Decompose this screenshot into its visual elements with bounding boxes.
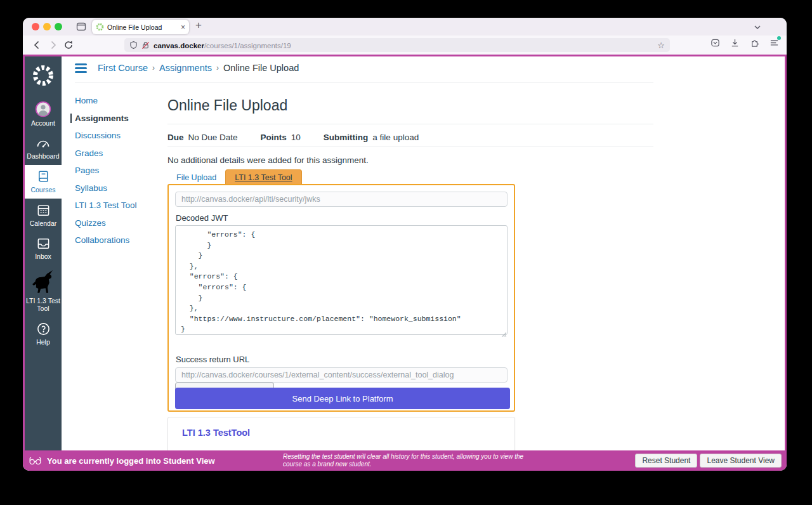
url-field[interactable]: canvas.docker/courses/1/assignments/19 ☆ bbox=[124, 38, 670, 52]
resize-handle-icon[interactable] bbox=[501, 329, 507, 340]
success-return-url-input[interactable] bbox=[175, 367, 508, 383]
back-icon[interactable] bbox=[32, 40, 42, 53]
extensions-icon[interactable] bbox=[750, 38, 759, 50]
due-value: No Due Date bbox=[188, 133, 238, 142]
pocket-icon[interactable] bbox=[710, 38, 720, 50]
reset-student-button[interactable]: Reset Student bbox=[635, 454, 697, 468]
book-icon bbox=[36, 169, 51, 184]
lock-crossed-icon[interactable] bbox=[141, 41, 150, 49]
divider bbox=[167, 147, 653, 147]
tab-overflow-chevron-icon[interactable] bbox=[754, 22, 761, 34]
course-nav: Home Assignments Discussions Grades Page… bbox=[75, 96, 160, 253]
divider bbox=[167, 124, 653, 124]
tool-card-title: LTI 1.3 TestTool bbox=[182, 428, 250, 438]
tab-title: Online File Upload bbox=[107, 23, 178, 31]
bookmark-star-icon[interactable]: ☆ bbox=[657, 41, 665, 50]
breadcrumb-divider bbox=[75, 82, 653, 82]
url-bar: canvas.docker/courses/1/assignments/19 ☆ bbox=[23, 36, 787, 55]
canvas-logo-icon[interactable] bbox=[31, 63, 55, 90]
course-nav-lti-test-tool[interactable]: LTI 1.3 Test Tool bbox=[75, 200, 160, 210]
help-icon bbox=[36, 322, 51, 336]
sidebar-item-dashboard[interactable]: Dashboard bbox=[25, 132, 62, 165]
close-window-button[interactable] bbox=[32, 23, 39, 30]
course-nav-assignments[interactable]: Assignments bbox=[70, 114, 160, 123]
breadcrumb-assignments[interactable]: Assignments bbox=[159, 63, 212, 73]
browser-tab[interactable]: Online File Upload × bbox=[92, 20, 189, 34]
student-view-bar: You are currently logged into Student Vi… bbox=[23, 450, 787, 471]
decoded-jwt-textarea[interactable]: "errors": { } } }, "errors": { "errors":… bbox=[175, 225, 508, 335]
firefox-view-icon[interactable] bbox=[76, 22, 86, 34]
tab-close-icon[interactable]: × bbox=[181, 23, 185, 32]
gauge-icon bbox=[36, 136, 51, 150]
sidebar-item-help[interactable]: Help bbox=[25, 317, 62, 351]
student-view-status: You are currently logged into Student Vi… bbox=[47, 456, 215, 466]
breadcrumb-current: Online File Upload bbox=[223, 63, 299, 73]
sidebar-item-account[interactable]: Account bbox=[25, 96, 62, 132]
global-nav: Account Dashboard Courses bbox=[25, 56, 62, 450]
course-nav-home[interactable]: Home bbox=[75, 96, 160, 105]
breadcrumb-first-course[interactable]: First Course bbox=[98, 63, 148, 73]
titlebar: Online File Upload × + bbox=[23, 18, 787, 36]
main-content: First Course › Assignments › Online File… bbox=[62, 56, 785, 450]
due-label: Due bbox=[167, 133, 184, 142]
breadcrumb-separator: › bbox=[216, 63, 219, 72]
course-nav-discussions[interactable]: Discussions bbox=[75, 131, 160, 140]
points-value: 10 bbox=[291, 133, 301, 142]
course-nav-syllabus[interactable]: Syllabus bbox=[75, 183, 160, 193]
decoded-jwt-label: Decoded JWT bbox=[176, 213, 228, 223]
avatar-icon bbox=[35, 101, 51, 117]
calendar-icon bbox=[36, 203, 51, 218]
jwks-url-input[interactable] bbox=[175, 192, 508, 207]
zoom-window-button[interactable] bbox=[55, 23, 62, 30]
submitting-value: a file upload bbox=[372, 133, 419, 142]
refresh-icon[interactable] bbox=[63, 40, 74, 53]
success-return-label: Success return URL bbox=[176, 355, 249, 364]
forward-icon[interactable] bbox=[48, 40, 58, 53]
page-title: Online File Upload bbox=[167, 97, 287, 114]
sidebar-item-inbox[interactable]: Inbox bbox=[25, 232, 62, 265]
download-icon[interactable] bbox=[730, 38, 740, 50]
url-host: canvas.docker bbox=[154, 42, 204, 49]
send-deep-link-button[interactable]: Send Deep Link to Platform bbox=[175, 388, 510, 409]
lti-tool-card: LTI 1.3 TestTool bbox=[167, 417, 515, 450]
app-menu-icon[interactable] bbox=[769, 38, 779, 50]
course-nav-quizzes[interactable]: Quizzes bbox=[75, 218, 160, 228]
leave-student-view-button[interactable]: Leave Student View bbox=[700, 454, 782, 468]
url-path: /courses/1/assignments/19 bbox=[204, 42, 291, 49]
glasses-icon bbox=[29, 457, 41, 465]
points-label: Points bbox=[261, 133, 287, 142]
menu-notification-dot bbox=[777, 36, 781, 40]
student-view-message: Resetting the test student will clear al… bbox=[283, 453, 537, 468]
course-nav-collaborations[interactable]: Collaborations bbox=[75, 235, 160, 245]
course-nav-pages[interactable]: Pages bbox=[75, 166, 160, 175]
submitting-label: Submitting bbox=[324, 133, 369, 142]
new-tab-button[interactable]: + bbox=[195, 19, 202, 32]
unicorn-icon bbox=[31, 270, 55, 295]
browser-window: Online File Upload × + canvas.docker/cou… bbox=[23, 18, 787, 471]
lti-tool-frame: Decoded JWT "errors": { } } }, "errors":… bbox=[167, 184, 515, 412]
breadcrumb: First Course › Assignments › Online File… bbox=[75, 63, 299, 73]
course-nav-grades[interactable]: Grades bbox=[75, 148, 160, 158]
shield-icon[interactable] bbox=[129, 41, 138, 49]
minimize-window-button[interactable] bbox=[43, 23, 51, 30]
canvas-page: Account Dashboard Courses bbox=[23, 55, 787, 450]
assignment-meta: Due No Due Date Points 10 Submitting a f… bbox=[167, 133, 419, 142]
sidebar-item-lti-test-tool[interactable]: LTI 1.3 Test Tool bbox=[25, 265, 62, 317]
breadcrumb-separator: › bbox=[152, 63, 155, 72]
inbox-icon bbox=[36, 237, 51, 251]
sidebar-item-courses[interactable]: Courses bbox=[25, 165, 62, 199]
course-menu-hamburger-icon[interactable] bbox=[75, 63, 87, 73]
details-note: No additional details were added for thi… bbox=[167, 155, 369, 165]
tab-favicon-icon bbox=[96, 23, 104, 31]
sidebar-item-calendar[interactable]: Calendar bbox=[25, 199, 62, 232]
